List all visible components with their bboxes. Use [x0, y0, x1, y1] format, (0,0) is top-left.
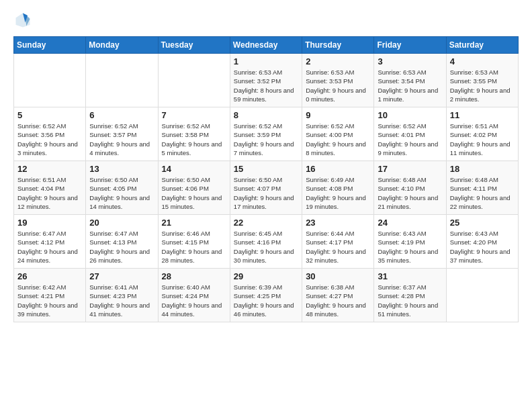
day-cell: 31Sunrise: 6:37 AMSunset: 4:28 PMDayligh… [374, 269, 446, 322]
day-cell: 12Sunrise: 6:51 AMSunset: 4:04 PMDayligh… [14, 161, 86, 215]
day-info: Sunrise: 6:53 AMSunset: 3:55 PMDaylight:… [450, 68, 515, 103]
day-info: Sunrise: 6:39 AMSunset: 4:25 PMDaylight:… [234, 283, 298, 318]
day-cell: 17Sunrise: 6:48 AMSunset: 4:10 PMDayligh… [374, 161, 446, 215]
week-row-3: 12Sunrise: 6:51 AMSunset: 4:04 PMDayligh… [14, 161, 519, 215]
day-cell: 15Sunrise: 6:50 AMSunset: 4:07 PMDayligh… [230, 161, 302, 215]
day-info: Sunrise: 6:48 AMSunset: 4:10 PMDaylight:… [378, 175, 442, 211]
day-cell: 6Sunrise: 6:52 AMSunset: 3:57 PMDaylight… [86, 107, 158, 161]
day-number: 22 [234, 218, 298, 228]
day-number: 9 [306, 110, 370, 120]
day-cell: 23Sunrise: 6:44 AMSunset: 4:17 PMDayligh… [302, 215, 374, 269]
day-cell: 25Sunrise: 6:43 AMSunset: 4:20 PMDayligh… [446, 215, 518, 269]
day-info: Sunrise: 6:53 AMSunset: 3:54 PMDaylight:… [378, 68, 442, 103]
day-cell: 7Sunrise: 6:52 AMSunset: 3:58 PMDaylight… [158, 107, 230, 161]
day-cell [86, 54, 158, 107]
day-cell: 2Sunrise: 6:53 AMSunset: 3:53 PMDaylight… [302, 54, 374, 107]
weekday-header-row: SundayMondayTuesdayWednesdayThursdayFrid… [14, 37, 519, 54]
day-number: 17 [378, 164, 442, 174]
day-cell: 3Sunrise: 6:53 AMSunset: 3:54 PMDaylight… [374, 54, 446, 107]
day-info: Sunrise: 6:38 AMSunset: 4:27 PMDaylight:… [306, 283, 370, 318]
day-cell [14, 54, 86, 107]
day-number: 10 [378, 110, 442, 120]
week-row-2: 5Sunrise: 6:52 AMSunset: 3:56 PMDaylight… [14, 107, 519, 161]
day-cell: 27Sunrise: 6:41 AMSunset: 4:23 PMDayligh… [86, 269, 158, 322]
day-cell: 21Sunrise: 6:46 AMSunset: 4:15 PMDayligh… [158, 215, 230, 269]
day-info: Sunrise: 6:51 AMSunset: 4:04 PMDaylight:… [17, 175, 82, 211]
day-info: Sunrise: 6:49 AMSunset: 4:08 PMDaylight:… [306, 175, 370, 211]
day-number: 1 [234, 56, 298, 66]
day-info: Sunrise: 6:45 AMSunset: 4:16 PMDaylight:… [234, 229, 298, 265]
day-cell: 11Sunrise: 6:51 AMSunset: 4:02 PMDayligh… [446, 107, 518, 161]
day-info: Sunrise: 6:44 AMSunset: 4:17 PMDaylight:… [306, 229, 370, 265]
day-number: 28 [162, 271, 226, 281]
day-info: Sunrise: 6:47 AMSunset: 4:13 PMDaylight:… [89, 229, 154, 265]
day-number: 26 [17, 271, 82, 281]
weekday-wednesday: Wednesday [230, 37, 302, 54]
day-number: 4 [450, 56, 515, 66]
day-info: Sunrise: 6:52 AMSunset: 3:56 PMDaylight:… [17, 122, 82, 157]
day-number: 29 [234, 271, 298, 281]
day-number: 8 [234, 110, 298, 120]
calendar: SundayMondayTuesdayWednesdayThursdayFrid… [13, 36, 519, 322]
day-cell: 16Sunrise: 6:49 AMSunset: 4:08 PMDayligh… [302, 161, 374, 215]
day-number: 12 [17, 164, 82, 174]
day-info: Sunrise: 6:48 AMSunset: 4:11 PMDaylight:… [450, 175, 515, 211]
day-number: 27 [89, 271, 154, 281]
day-number: 7 [162, 110, 226, 120]
day-cell: 19Sunrise: 6:47 AMSunset: 4:12 PMDayligh… [14, 215, 86, 269]
day-info: Sunrise: 6:43 AMSunset: 4:20 PMDaylight:… [450, 229, 515, 265]
day-cell: 18Sunrise: 6:48 AMSunset: 4:11 PMDayligh… [446, 161, 518, 215]
day-number: 24 [378, 218, 442, 228]
header [13, 11, 519, 30]
week-row-4: 19Sunrise: 6:47 AMSunset: 4:12 PMDayligh… [14, 215, 519, 269]
day-cell: 30Sunrise: 6:38 AMSunset: 4:27 PMDayligh… [302, 269, 374, 322]
day-cell: 22Sunrise: 6:45 AMSunset: 4:16 PMDayligh… [230, 215, 302, 269]
day-number: 31 [378, 271, 442, 281]
day-cell: 10Sunrise: 6:52 AMSunset: 4:01 PMDayligh… [374, 107, 446, 161]
weekday-saturday: Saturday [446, 37, 518, 54]
week-row-5: 26Sunrise: 6:42 AMSunset: 4:21 PMDayligh… [14, 269, 519, 322]
day-number: 18 [450, 164, 515, 174]
day-info: Sunrise: 6:52 AMSunset: 4:01 PMDaylight:… [378, 122, 442, 157]
day-number: 2 [306, 56, 370, 66]
day-number: 13 [89, 164, 154, 174]
day-cell: 8Sunrise: 6:52 AMSunset: 3:59 PMDaylight… [230, 107, 302, 161]
day-cell: 13Sunrise: 6:50 AMSunset: 4:05 PMDayligh… [86, 161, 158, 215]
day-cell: 20Sunrise: 6:47 AMSunset: 4:13 PMDayligh… [86, 215, 158, 269]
day-number: 5 [17, 110, 82, 120]
day-cell: 29Sunrise: 6:39 AMSunset: 4:25 PMDayligh… [230, 269, 302, 322]
day-number: 11 [450, 110, 515, 120]
day-info: Sunrise: 6:40 AMSunset: 4:24 PMDaylight:… [162, 283, 226, 318]
day-info: Sunrise: 6:52 AMSunset: 3:57 PMDaylight:… [89, 122, 154, 157]
day-number: 3 [378, 56, 442, 66]
day-cell [446, 269, 518, 322]
day-number: 16 [306, 164, 370, 174]
day-number: 25 [450, 218, 515, 228]
day-info: Sunrise: 6:52 AMSunset: 4:00 PMDaylight:… [306, 122, 370, 157]
day-number: 21 [162, 218, 226, 228]
week-row-1: 1Sunrise: 6:53 AMSunset: 3:52 PMDaylight… [14, 54, 519, 107]
day-cell: 14Sunrise: 6:50 AMSunset: 4:06 PMDayligh… [158, 161, 230, 215]
day-info: Sunrise: 6:50 AMSunset: 4:07 PMDaylight:… [234, 175, 298, 211]
weekday-friday: Friday [374, 37, 446, 54]
weekday-tuesday: Tuesday [158, 37, 230, 54]
day-number: 23 [306, 218, 370, 228]
day-cell: 9Sunrise: 6:52 AMSunset: 4:00 PMDaylight… [302, 107, 374, 161]
day-info: Sunrise: 6:50 AMSunset: 4:06 PMDaylight:… [162, 175, 226, 211]
day-info: Sunrise: 6:50 AMSunset: 4:05 PMDaylight:… [89, 175, 154, 211]
day-cell: 28Sunrise: 6:40 AMSunset: 4:24 PMDayligh… [158, 269, 230, 322]
day-info: Sunrise: 6:52 AMSunset: 3:59 PMDaylight:… [234, 122, 298, 157]
weekday-thursday: Thursday [302, 37, 374, 54]
day-number: 20 [89, 218, 154, 228]
page: SundayMondayTuesdayWednesdayThursdayFrid… [0, 0, 532, 411]
day-cell [158, 54, 230, 107]
day-cell: 5Sunrise: 6:52 AMSunset: 3:56 PMDaylight… [14, 107, 86, 161]
day-info: Sunrise: 6:42 AMSunset: 4:21 PMDaylight:… [17, 283, 82, 318]
day-cell: 4Sunrise: 6:53 AMSunset: 3:55 PMDaylight… [446, 54, 518, 107]
weekday-monday: Monday [86, 37, 158, 54]
day-cell: 1Sunrise: 6:53 AMSunset: 3:52 PMDaylight… [230, 54, 302, 107]
day-info: Sunrise: 6:53 AMSunset: 3:53 PMDaylight:… [306, 68, 370, 103]
day-number: 15 [234, 164, 298, 174]
day-number: 14 [162, 164, 226, 174]
day-info: Sunrise: 6:41 AMSunset: 4:23 PMDaylight:… [89, 283, 154, 318]
